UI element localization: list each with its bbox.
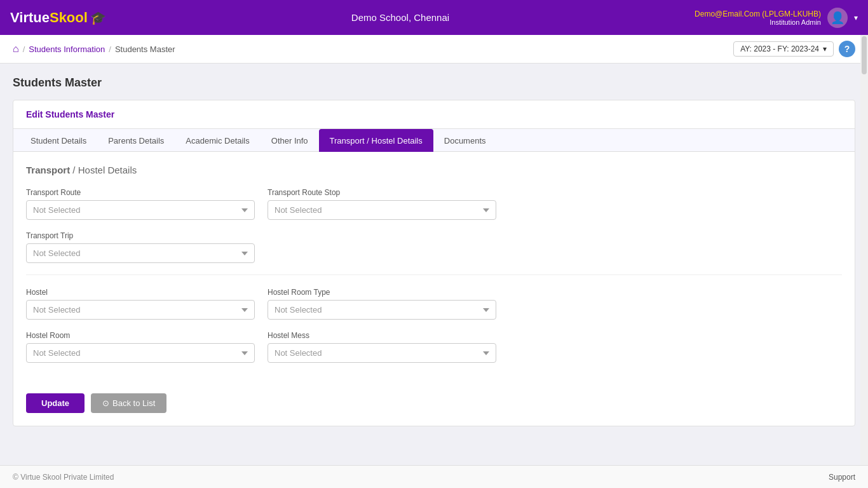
hostel-row-1: Hostel Not Selected Hostel Room Type Not… bbox=[26, 288, 842, 320]
transport-hostel-section: Transport / Hostel Details Transport Rou… bbox=[13, 152, 855, 387]
logo-cap-icon: 🎓 bbox=[90, 10, 106, 25]
tab-documents[interactable]: Documents bbox=[433, 129, 497, 152]
help-button[interactable]: ? bbox=[839, 41, 855, 57]
section-title-sep: / bbox=[70, 165, 78, 175]
hostel-room-type-select[interactable]: Not Selected bbox=[268, 300, 496, 320]
scrollbar-thumb[interactable] bbox=[862, 36, 867, 74]
school-name: Demo School, Chennai bbox=[351, 12, 449, 23]
hostel-room-label: Hostel Room bbox=[26, 331, 255, 340]
transport-route-stop-label: Transport Route Stop bbox=[268, 188, 496, 197]
transport-trip-label: Transport Trip bbox=[26, 231, 255, 240]
breadcrumb-sep-1: / bbox=[23, 44, 25, 54]
hostel-row-2: Hostel Room Not Selected Hostel Mess Not… bbox=[26, 331, 842, 363]
user-dropdown-arrow[interactable]: ▾ bbox=[854, 13, 858, 22]
logo: VirtueSkool 🎓 bbox=[10, 10, 106, 26]
main-content: Students Master Edit Students Master Stu… bbox=[0, 64, 868, 439]
transport-route-select[interactable]: Not Selected bbox=[26, 200, 255, 220]
home-icon[interactable]: ⌂ bbox=[13, 43, 19, 55]
hostel-label: Hostel bbox=[26, 288, 255, 297]
tab-parents-details[interactable]: Parents Details bbox=[97, 129, 175, 152]
hostel-mess-label: Hostel Mess bbox=[268, 331, 496, 340]
button-row: Update ⊙ Back to List bbox=[13, 387, 855, 413]
hostel-mess-select[interactable]: Not Selected bbox=[268, 343, 496, 363]
header-right: Demo@Email.Com (LPLGM-LKUHB) Institution… bbox=[695, 8, 858, 28]
card-header: Edit Students Master bbox=[13, 100, 855, 129]
breadcrumb-current: Students Master bbox=[115, 44, 175, 54]
hostel-group: Hostel Not Selected bbox=[26, 288, 255, 320]
user-email: Demo@Email.Com (LPLGM-LKUHB) bbox=[695, 10, 821, 18]
hostel-room-group: Hostel Room Not Selected bbox=[26, 331, 255, 363]
section-title-bold: Transport bbox=[26, 165, 70, 175]
breadcrumb-students-information[interactable]: Students Information bbox=[29, 44, 105, 54]
breadcrumb-bar: ⌂ / Students Information / Students Mast… bbox=[0, 35, 868, 64]
back-icon: ⊙ bbox=[102, 398, 109, 408]
transport-trip-group: Transport Trip Not Selected bbox=[26, 231, 255, 263]
hostel-room-type-label: Hostel Room Type bbox=[268, 288, 496, 297]
hostel-room-select[interactable]: Not Selected bbox=[26, 343, 255, 363]
tabs-bar: Student Details Parents Details Academic… bbox=[13, 129, 855, 152]
transport-route-group: Transport Route Not Selected bbox=[26, 188, 255, 220]
back-label: Back to List bbox=[112, 398, 155, 408]
footer: © Virtue Skool Private Limited Support bbox=[0, 465, 868, 488]
page-title: Students Master bbox=[13, 76, 855, 90]
header: VirtueSkool 🎓 Demo School, Chennai Demo@… bbox=[0, 0, 868, 35]
tab-transport-hostel[interactable]: Transport / Hostel Details bbox=[319, 129, 433, 152]
footer-copyright: © Virtue Skool Private Limited bbox=[13, 473, 114, 482]
hostel-room-type-group: Hostel Room Type Not Selected bbox=[268, 288, 496, 320]
hostel-mess-group: Hostel Mess Not Selected bbox=[268, 331, 496, 363]
user-role: Institution Admin bbox=[695, 18, 821, 26]
section-divider bbox=[26, 274, 842, 275]
tab-academic-details[interactable]: Academic Details bbox=[175, 129, 260, 152]
tab-student-details[interactable]: Student Details bbox=[20, 129, 97, 152]
ay-dropdown-arrow: ▾ bbox=[823, 44, 827, 53]
tab-other-info[interactable]: Other Info bbox=[261, 129, 319, 152]
ay-selector[interactable]: AY: 2023 - FY: 2023-24 ▾ bbox=[733, 41, 834, 57]
transport-row-1: Transport Route Not Selected Transport R… bbox=[26, 188, 842, 220]
logo-virtue: Virtue bbox=[10, 10, 50, 25]
breadcrumb-sep-2: / bbox=[109, 44, 111, 54]
hostel-select[interactable]: Not Selected bbox=[26, 300, 255, 320]
transport-route-stop-select[interactable]: Not Selected bbox=[268, 200, 496, 220]
section-title: Transport / Hostel Details bbox=[26, 165, 842, 175]
transport-route-stop-group: Transport Route Stop Not Selected bbox=[268, 188, 496, 220]
footer-support[interactable]: Support bbox=[829, 473, 855, 482]
user-avatar[interactable]: 👤 bbox=[827, 8, 848, 28]
section-title-rest: Hostel Details bbox=[78, 165, 137, 175]
ay-label: AY: 2023 - FY: 2023-24 bbox=[740, 44, 819, 53]
transport-trip-select[interactable]: Not Selected bbox=[26, 243, 255, 263]
breadcrumb: ⌂ / Students Information / Students Mast… bbox=[13, 43, 175, 55]
logo-skool: Skool bbox=[50, 10, 88, 25]
user-info: Demo@Email.Com (LPLGM-LKUHB) Institution… bbox=[695, 10, 821, 26]
update-button[interactable]: Update bbox=[26, 393, 85, 413]
card-title: Edit Students Master bbox=[26, 109, 114, 119]
scrollbar[interactable] bbox=[860, 35, 868, 465]
back-to-list-button[interactable]: ⊙ Back to List bbox=[91, 393, 166, 413]
transport-route-label: Transport Route bbox=[26, 188, 255, 197]
card: Edit Students Master Student Details Par… bbox=[13, 100, 855, 426]
transport-row-2: Transport Trip Not Selected bbox=[26, 231, 842, 263]
